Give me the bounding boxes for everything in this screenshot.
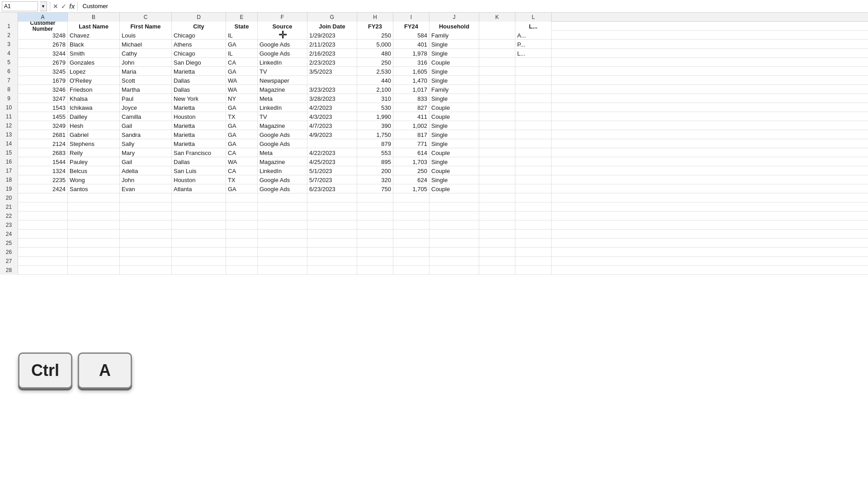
cell-l2[interactable]: A... (515, 31, 552, 40)
cell-g10[interactable]: 4/2/2023 (307, 103, 357, 112)
cell-i14[interactable]: 771 (393, 139, 429, 148)
cell-h2[interactable]: 250 (357, 31, 393, 40)
cell-f19[interactable]: Google Ads (258, 184, 307, 193)
cell-l8[interactable] (515, 85, 552, 94)
cell-j16[interactable]: Single (429, 157, 479, 166)
cell-c20[interactable] (120, 193, 172, 202)
col-header-k[interactable]: K (479, 13, 515, 22)
cell-f20[interactable] (258, 193, 307, 202)
cell-c4[interactable]: Cathy (120, 49, 172, 58)
cell-a9[interactable]: 3247 (18, 94, 68, 103)
cell-g7[interactable] (307, 76, 357, 85)
cell-d3[interactable]: Athens (172, 40, 226, 49)
cell-b8[interactable]: Friedson (68, 85, 120, 94)
cell-i19[interactable]: 1,705 (393, 184, 429, 193)
cell-b6[interactable]: Lopez (68, 67, 120, 76)
cell-i10[interactable]: 827 (393, 103, 429, 112)
cell-b15[interactable]: Reily (68, 148, 120, 157)
cell-e4[interactable]: IL (226, 49, 258, 58)
cell-e5[interactable]: CA (226, 58, 258, 67)
cell-e9[interactable]: NY (226, 94, 258, 103)
cell-k6[interactable] (479, 67, 515, 76)
cell-f10[interactable]: LinkedIn (258, 103, 307, 112)
cell-e1[interactable]: State (226, 22, 258, 31)
cell-k15[interactable] (479, 148, 515, 157)
cell-d12[interactable]: Marietta (172, 121, 226, 130)
cell-a20[interactable] (18, 193, 68, 202)
cell-l20[interactable] (515, 193, 552, 202)
cell-j4[interactable]: Single (429, 49, 479, 58)
cell-h16[interactable]: 895 (357, 157, 393, 166)
cell-g11[interactable]: 4/3/2023 (307, 112, 357, 121)
cell-k10[interactable] (479, 103, 515, 112)
cell-g16[interactable]: 4/25/2023 (307, 157, 357, 166)
cell-d15[interactable]: San Francisco (172, 148, 226, 157)
cell-g14[interactable] (307, 139, 357, 148)
cell-i20[interactable] (393, 193, 429, 202)
cell-f15[interactable]: Meta (258, 148, 307, 157)
col-header-h[interactable]: H (357, 13, 393, 22)
cell-c5[interactable]: John (120, 58, 172, 67)
cell-e8[interactable]: WA (226, 85, 258, 94)
cell-d2[interactable]: Chicago (172, 31, 226, 40)
cell-e19[interactable]: GA (226, 184, 258, 193)
cell-j19[interactable]: Couple (429, 184, 479, 193)
cell-i4[interactable]: 1,978 (393, 49, 429, 58)
cell-g6[interactable]: 3/5/2023 (307, 67, 357, 76)
cell-f1[interactable]: Source (258, 22, 307, 31)
cell-l16[interactable] (515, 157, 552, 166)
cell-f16[interactable]: Magazine (258, 157, 307, 166)
col-header-j[interactable]: J (429, 13, 479, 22)
col-header-i[interactable]: I (393, 13, 429, 22)
cell-f6[interactable]: TV (258, 67, 307, 76)
cell-h4[interactable]: 480 (357, 49, 393, 58)
cell-b9[interactable]: Khalsa (68, 94, 120, 103)
cell-b3[interactable]: Black (68, 40, 120, 49)
cell-c19[interactable]: Evan (120, 184, 172, 193)
cell-d6[interactable]: Marietta (172, 67, 226, 76)
cell-b18[interactable]: Wong (68, 175, 120, 184)
cell-b10[interactable]: Ichikawa (68, 103, 120, 112)
cell-e10[interactable]: GA (226, 103, 258, 112)
cell-a3[interactable]: 2678 (18, 40, 68, 49)
cell-g4[interactable]: 2/16/2023 (307, 49, 357, 58)
cell-j5[interactable]: Couple (429, 58, 479, 67)
cell-c17[interactable]: Adelia (120, 166, 172, 175)
cell-a11[interactable]: 1455 (18, 112, 68, 121)
cell-f17[interactable]: LinkedIn (258, 166, 307, 175)
cell-a10[interactable]: 1543 (18, 103, 68, 112)
cell-e13[interactable]: GA (226, 130, 258, 139)
cell-i2[interactable]: 584 (393, 31, 429, 40)
cell-a13[interactable]: 2681 (18, 130, 68, 139)
cell-k20[interactable] (479, 193, 515, 202)
cell-c8[interactable]: Martha (120, 85, 172, 94)
cell-h5[interactable]: 250 (357, 58, 393, 67)
cell-f5[interactable]: LinkedIn (258, 58, 307, 67)
cell-i17[interactable]: 250 (393, 166, 429, 175)
cell-g13[interactable]: 4/9/2023 (307, 130, 357, 139)
cell-k7[interactable] (479, 76, 515, 85)
cell-j6[interactable]: Single (429, 67, 479, 76)
cell-a8[interactable]: 3246 (18, 85, 68, 94)
cell-k5[interactable] (479, 58, 515, 67)
cell-e11[interactable]: TX (226, 112, 258, 121)
cell-c2[interactable]: Louis (120, 31, 172, 40)
cell-j18[interactable]: Single (429, 175, 479, 184)
cell-d1[interactable]: City (172, 22, 226, 31)
cell-j9[interactable]: Single (429, 94, 479, 103)
cell-a14[interactable]: 2124 (18, 139, 68, 148)
col-header-f[interactable]: F (258, 13, 307, 22)
cell-k11[interactable] (479, 112, 515, 121)
cell-d7[interactable]: Dallas (172, 76, 226, 85)
cell-h6[interactable]: 2,530 (357, 67, 393, 76)
cell-c6[interactable]: Maria (120, 67, 172, 76)
cell-e14[interactable]: GA (226, 139, 258, 148)
cell-f2[interactable]: ✛ (258, 31, 307, 40)
cell-d11[interactable]: Houston (172, 112, 226, 121)
cell-d16[interactable]: Dallas (172, 157, 226, 166)
cell-i16[interactable]: 1,703 (393, 157, 429, 166)
cell-e2[interactable]: IL (226, 31, 258, 40)
cell-j7[interactable]: Single (429, 76, 479, 85)
cell-d19[interactable]: Atlanta (172, 184, 226, 193)
cell-a12[interactable]: 3249 (18, 121, 68, 130)
